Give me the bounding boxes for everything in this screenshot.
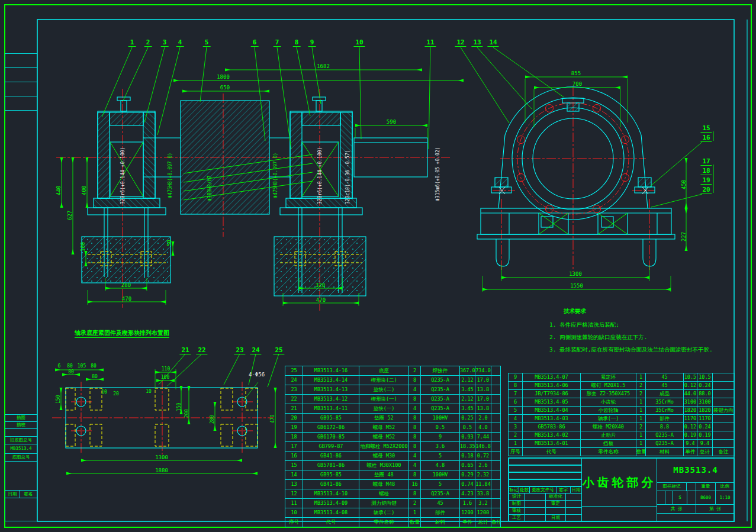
cell-rem — [491, 489, 501, 499]
cell-code: JB/T7934-86 — [523, 390, 581, 398]
cell-unit: 10.5 — [684, 373, 697, 382]
cell-name: 螺钉 M20X1.5 — [581, 382, 636, 390]
cell-total: 0.24 — [697, 382, 713, 390]
bom-right-row: 1 MB3513.4-01 挡板 1 Q235-A 9.4 9.4 — [509, 440, 735, 448]
cell-no: 10 — [285, 508, 303, 518]
fit-380: Φ380H8/h7 — [207, 176, 213, 201]
cell-mat: 3.6 — [421, 442, 460, 452]
cell-code: MB3513.4-05 — [523, 398, 581, 407]
cell-code: GB95-85 — [303, 414, 359, 423]
cell-rem — [491, 376, 501, 385]
cell-no: 7 — [509, 390, 523, 398]
cell-no: 4 — [509, 415, 523, 423]
balloon-15: 15 — [700, 124, 712, 133]
cell-mat: Q235-A — [421, 404, 460, 414]
cell-name: 胀套 Z2-350X475 — [581, 390, 636, 398]
dim-100-plan: 100 — [161, 375, 169, 381]
bom-right-header: 序号 代号 零件名称 数量 材料 单件 总计 备注 — [509, 448, 735, 456]
left-pedestal — [82, 97, 181, 283]
cell-qty: 2 — [636, 390, 646, 398]
margin-date-label: 日期 — [5, 490, 20, 498]
tech-note-1: 1. 各件应严格清洗后装配; — [549, 321, 619, 329]
cell-no: 14 — [285, 470, 303, 480]
cell-rem — [491, 452, 501, 461]
dim-80b: 80 — [91, 363, 96, 369]
cell-rem: 装键方向 — [713, 407, 735, 415]
bom-left-row: 23 MB3513.4-13 垫块(二) 4 Q235-A 3.45 13.8 — [285, 385, 501, 395]
cell-mat: 100HV — [421, 414, 460, 423]
cell-name: 螺母 M30 — [359, 452, 409, 461]
dim-1800: 1800 — [217, 74, 230, 80]
hdr-total: 总计 — [475, 518, 491, 527]
cell-unit: 9.4 — [684, 440, 697, 448]
cell-no: 13 — [285, 480, 303, 489]
cell-total: 2.6 — [475, 461, 491, 470]
cell-unit: 0.25 — [460, 414, 475, 423]
cell-no: 8 — [509, 382, 523, 390]
bom-left-row: 21 MB3513.4-11 垫块(一) 4 Q235-A 3.45 13.8 — [285, 404, 501, 414]
drawing-number: MB3513.4 — [657, 458, 735, 483]
cell-mat: 4.8 — [421, 461, 460, 470]
cell-no: 9 — [509, 373, 523, 382]
fit-315m6: Φ315m6(+0.05 +0.02) — [435, 147, 441, 201]
cell-total: 146.8 — [475, 442, 491, 452]
cell-mat: 5 — [421, 452, 460, 461]
balloon-6: 6 — [251, 38, 259, 47]
bom-left-row: 25 MB3513.4-16 底座 2 焊接件 367.0 734.0 — [285, 366, 501, 376]
bom-right-row: 7 JB/T7934-86 胀套 Z2-350X475 2 成品 44.0 88… — [509, 390, 735, 398]
cell-rem — [713, 373, 735, 382]
cell-mat: 焊接件 — [421, 366, 460, 376]
dim-1682: 1682 — [317, 63, 330, 69]
cell-no: 11 — [285, 499, 303, 508]
cell-unit: 18.35 — [460, 442, 475, 452]
cell-qty: 2 — [636, 382, 646, 390]
cell-no: 19 — [285, 423, 303, 433]
bom-left-row: 18 GB6170-85 螺母 M52 8 9 0.93 7.44 — [285, 433, 501, 442]
dim-650: 650 — [220, 85, 230, 91]
dim-10b: 10 — [146, 389, 152, 395]
bearing-housing-view — [477, 87, 675, 266]
cell-qty: 2 — [409, 366, 421, 376]
cell-unit: 1.6 — [460, 499, 475, 508]
hdr-code: 代号 — [303, 518, 359, 527]
cell-code: MB3513.4-08 — [303, 508, 359, 518]
cell-unit: 0.12 — [684, 423, 697, 431]
cell-code: MB3513.4-04 — [523, 407, 581, 415]
stage-value: S — [673, 491, 687, 505]
cell-total: 2.32 — [475, 470, 491, 480]
bom-right-row: 2 MB3513.4-02 止动片 1 Q235-A 0.19 0.19 — [509, 431, 735, 440]
cell-mat: 0.5 — [421, 423, 460, 433]
hdr-unit: 单件 — [684, 448, 697, 456]
cell-name: 轴承(一) — [581, 415, 636, 423]
dim-470-right: 470 — [316, 297, 326, 303]
cell-unit: 0.29 — [460, 470, 475, 480]
cell-unit: 0.18 — [460, 452, 475, 461]
cell-qty: 4 — [409, 385, 421, 395]
plan-caption: 轴承底座紧固件及楔形块排列布置图 — [75, 329, 169, 338]
cell-total: 0.19 — [697, 431, 713, 440]
cell-unit: 0.74 — [460, 480, 475, 489]
cell-rem — [491, 395, 501, 404]
balloon-23: 23 — [234, 346, 245, 354]
bom-left-row: 22 MB3513.4-12 楔形块(一) 8 Q235-A 2.12 17.0 — [285, 395, 501, 404]
bom-right-row: 9 MB3513.4-07 紧定环 1 45 10.5 10.5 — [509, 373, 735, 382]
balloon-14: 14 — [487, 38, 498, 47]
dim-1300-plan: 1300 — [155, 454, 168, 460]
balloon-5: 5 — [203, 38, 211, 47]
margin-no-label: 底图总号 — [5, 453, 37, 462]
bom-left-row: 20 GB95-85 垫圈 52 8 100HV 0.25 2.0 — [285, 414, 501, 423]
cell-code: MB3513.4-16 — [303, 366, 359, 376]
cell-no: 23 — [285, 385, 303, 395]
cell-unit: 367.0 — [460, 366, 475, 376]
hdr-qty: 数量 — [636, 448, 646, 456]
cell-code: MB3513.4-07 — [523, 373, 581, 382]
dim-470-plan: 470 — [270, 415, 276, 423]
hdr-name: 零件名称 — [581, 448, 636, 456]
cell-code: MB3513.4-03 — [523, 415, 581, 423]
cell-unit: 1170 — [684, 415, 697, 423]
balloon-4: 4 — [176, 38, 184, 47]
cell-qty: 2 — [636, 423, 646, 431]
cell-name: 楔形块(一) — [359, 395, 409, 404]
cell-total: 4.0 — [475, 423, 491, 433]
dim-1300-right: 1300 — [569, 271, 582, 277]
